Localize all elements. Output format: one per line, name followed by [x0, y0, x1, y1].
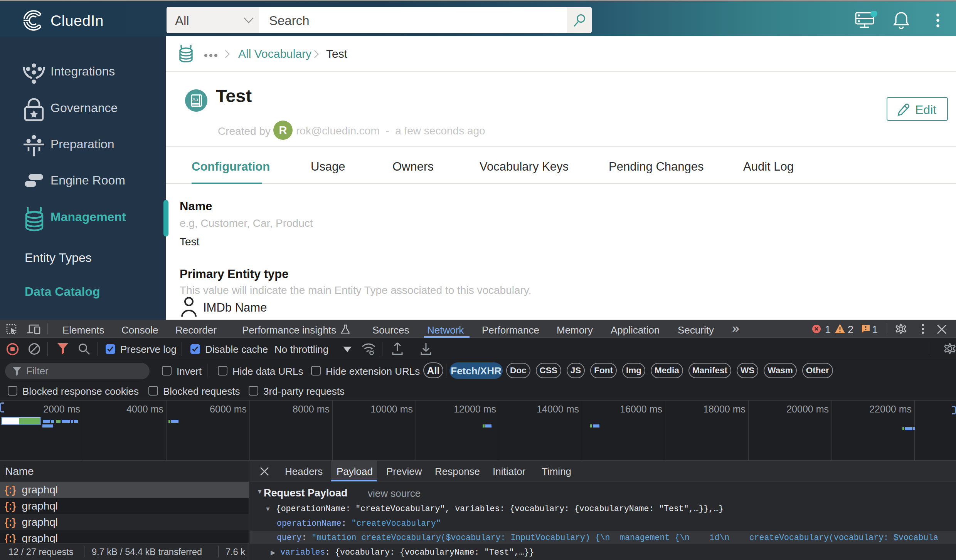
svg-text:Aa: Aa — [192, 97, 198, 102]
